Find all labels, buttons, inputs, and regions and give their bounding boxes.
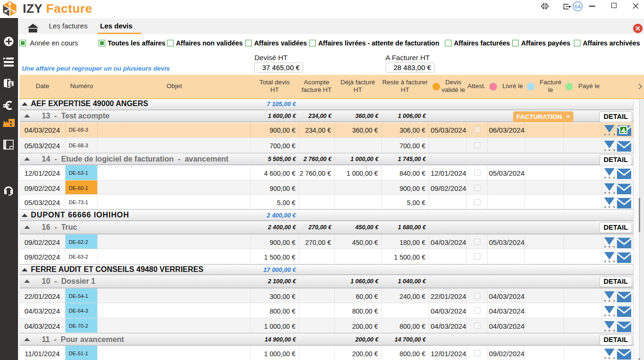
svg-text:64: 64	[575, 4, 581, 9]
